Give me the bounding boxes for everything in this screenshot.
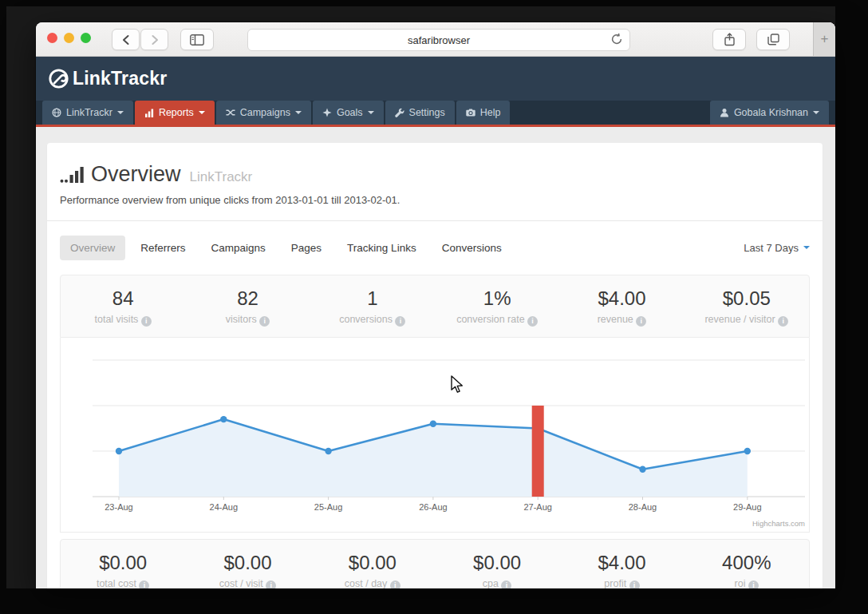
stat-conversion-rate: 1%conversion rate i — [435, 275, 559, 337]
tab-campaigns[interactable]: Campaigns — [201, 236, 276, 260]
user-name: Gobala Krishnan — [734, 107, 808, 118]
stats-bottom-panel: $0.00total cost i$0.00cost / visit i$0.0… — [60, 539, 810, 588]
tab-referrers[interactable]: Referrers — [130, 236, 195, 260]
info-icon[interactable]: i — [395, 316, 405, 327]
stat-value: 82 — [185, 287, 310, 310]
tab-conversions[interactable]: Conversions — [432, 236, 512, 260]
stat-label: revenue / visitor i — [685, 314, 809, 327]
stat-value: $0.05 — [685, 287, 809, 310]
window-controls — [47, 33, 91, 43]
safari-window: safaribrowser + — [36, 22, 835, 588]
caret-down-icon — [803, 246, 810, 252]
nav-items: LinkTrackrReportsCampaignsGoalsSettingsH… — [42, 101, 510, 125]
stat-label: roi i — [685, 578, 809, 588]
stat-label: cpa i — [435, 578, 559, 588]
stat-cpa: $0.00cpa i — [435, 540, 559, 588]
stat-cost-visit: $0.00cost / visit i — [185, 540, 310, 588]
address-bar[interactable]: safaribrowser — [247, 29, 630, 51]
stat-value: $0.00 — [185, 552, 310, 574]
info-icon[interactable]: i — [527, 316, 538, 327]
stat-total-visits: 84total visits i — [61, 275, 185, 337]
nav-item-label: Settings — [409, 107, 445, 118]
refresh-button[interactable] — [610, 33, 623, 49]
bar-chart-icon — [60, 167, 84, 183]
stat-value: $4.00 — [559, 287, 684, 310]
svg-text:24-Aug: 24-Aug — [210, 502, 238, 512]
nav-item-goals[interactable]: Goals — [313, 101, 384, 125]
globe-icon — [52, 108, 61, 117]
caret-down-icon — [295, 111, 302, 117]
forward-icon — [150, 34, 160, 46]
nav-item-label: Help — [480, 107, 501, 118]
sidebar-icon — [190, 34, 204, 46]
nav-item-reports[interactable]: Reports — [135, 101, 215, 125]
minimize-window-icon[interactable] — [64, 33, 74, 43]
stat-total-cost: $0.00total cost i — [61, 540, 185, 588]
nav-item-settings[interactable]: Settings — [385, 101, 455, 125]
tabs-row: OverviewReferrersCampaignsPagesTracking … — [47, 221, 823, 275]
info-icon[interactable]: i — [636, 316, 646, 327]
nav-item-label: Campaigns — [240, 107, 290, 118]
stat-label: profit i — [559, 578, 684, 588]
linktrackr-logo-icon — [48, 68, 69, 89]
highcharts-line-chart: 23-Aug24-Aug25-Aug26-Aug27-Aug28-Aug29-A… — [61, 338, 809, 532]
shuffle-icon — [226, 108, 235, 117]
forward-button[interactable] — [140, 29, 168, 50]
info-icon[interactable]: i — [259, 316, 270, 327]
nav-item-linktrackr[interactable]: LinkTrackr — [42, 101, 133, 125]
tab-overview[interactable]: Overview — [60, 236, 125, 260]
tab-tracking-links[interactable]: Tracking Links — [337, 236, 427, 260]
user-icon — [720, 108, 729, 117]
url-text: safaribrowser — [408, 34, 470, 46]
info-icon[interactable]: i — [501, 580, 511, 588]
nav-item-label: Goals — [337, 107, 363, 118]
stat-revenue-visitor: $0.05revenue / visitor i — [685, 275, 809, 337]
camera-icon — [466, 108, 475, 117]
stat-value: $0.00 — [310, 552, 435, 574]
stat-value: 1 — [310, 287, 435, 310]
stat-roi: 400%roi i — [685, 540, 809, 588]
page-body: Overview LinkTrackr Performance overview… — [36, 127, 835, 588]
overview-card: Overview LinkTrackr Performance overview… — [47, 143, 823, 588]
tab-pages[interactable]: Pages — [281, 236, 332, 260]
stat-visitors: 82visitors i — [185, 275, 310, 337]
stat-value: 400% — [685, 552, 809, 574]
info-icon[interactable]: i — [266, 580, 276, 588]
stat-value: 1% — [435, 287, 559, 310]
info-icon[interactable]: i — [139, 580, 149, 588]
main-nav: LinkTrackrReportsCampaignsGoalsSettingsH… — [36, 101, 835, 125]
page-subtitle: Performance overview from unique clicks … — [60, 194, 810, 206]
desktop-background: safaribrowser + — [6, 6, 835, 588]
nav-item-help[interactable]: Help — [456, 101, 511, 125]
user-menu[interactable]: Gobala Krishnan — [710, 101, 829, 125]
close-window-icon[interactable] — [47, 33, 57, 43]
stat-value: 84 — [61, 287, 185, 310]
stat-value: $0.00 — [61, 552, 185, 574]
stat-conversions: 1conversions i — [310, 275, 435, 337]
svg-text:Highcharts.com: Highcharts.com — [752, 519, 805, 528]
sidebar-button[interactable] — [180, 29, 214, 50]
info-icon[interactable]: i — [141, 316, 152, 327]
stat-label: visitors i — [185, 314, 310, 327]
wrench-icon — [395, 108, 404, 117]
linktrackr-logo[interactable]: LinkTrackr — [48, 68, 167, 89]
stat-label: total visits i — [61, 314, 185, 327]
site-header: LinkTrackr — [36, 57, 835, 101]
show-tabs-button[interactable] — [756, 29, 790, 50]
page-title-suffix: LinkTrackr — [190, 169, 253, 185]
stat-value: $0.00 — [435, 552, 559, 574]
nav-item-campaigns[interactable]: Campaigns — [216, 101, 311, 125]
back-button[interactable] — [112, 29, 140, 50]
svg-text:29-Aug: 29-Aug — [733, 502, 761, 512]
zoom-window-icon[interactable] — [81, 33, 91, 43]
share-button[interactable] — [712, 29, 746, 50]
caret-down-icon — [117, 111, 124, 117]
info-icon[interactable]: i — [778, 316, 788, 327]
info-icon[interactable]: i — [748, 580, 759, 588]
stat-cost-day: $0.00cost / day i — [310, 540, 435, 588]
new-tab-button[interactable]: + — [813, 22, 835, 56]
date-range-dropdown[interactable]: Last 7 Days — [744, 242, 810, 254]
info-icon[interactable]: i — [390, 580, 400, 588]
info-icon[interactable]: i — [629, 580, 640, 588]
card-header: Overview LinkTrackr Performance overview… — [47, 143, 823, 221]
